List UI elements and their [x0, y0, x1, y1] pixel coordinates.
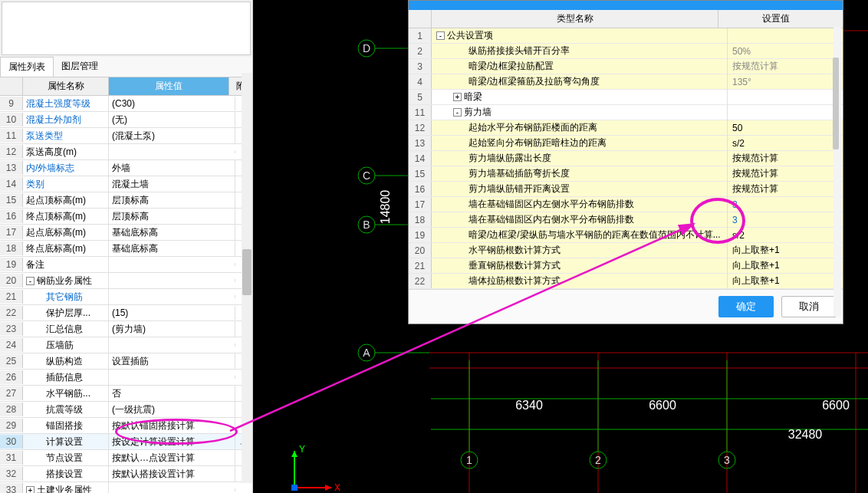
property-row[interactable]: 15起点顶标高(m)层顶标高( [0, 192, 252, 209]
col-prop-val[interactable]: 属性值 [109, 77, 229, 95]
prop-value[interactable]: (剪力墙) [109, 321, 235, 337]
property-row[interactable]: 24压墙筋( [0, 337, 252, 353]
property-row[interactable]: 32搭接设置按默认搭接设置计算( [0, 466, 252, 482]
setting-value[interactable]: 按规范计算 [728, 150, 843, 166]
prop-value[interactable]: 基础底标高 [109, 225, 235, 241]
setting-row[interactable]: 1-公共设置项 [409, 28, 843, 44]
property-row[interactable]: 30计算设置按设定计算设置计算… [0, 434, 252, 450]
prop-value[interactable] [109, 295, 235, 298]
setting-row[interactable]: 21垂直钢筋根数计算方式向上取整+1 [409, 258, 843, 274]
setting-row[interactable]: 2纵筋搭接接头错开百分率50% [409, 44, 843, 59]
property-row[interactable]: 26插筋信息( [0, 370, 252, 386]
setting-value[interactable] [728, 96, 843, 99]
setting-value[interactable]: 向上取整+1 [728, 258, 843, 274]
prop-value[interactable]: (一级抗震) [109, 402, 235, 418]
prop-value[interactable]: 设置插筋 [109, 353, 235, 370]
cancel-button[interactable]: 取消 [781, 296, 837, 317]
property-row[interactable]: 13内/外墙标志外墙✓ [0, 160, 252, 176]
scrollbar-track[interactable] [242, 73, 252, 483]
property-row[interactable]: 19备注( [0, 257, 252, 273]
setting-row[interactable]: 4暗梁/边框梁箍筋及拉筋弯勾角度135° [409, 74, 843, 90]
property-row[interactable]: 11泵送类型(混凝土泵) [0, 128, 252, 144]
property-body[interactable]: 9混凝土强度等级(C30)(10混凝土外加剂(无)11泵送类型(混凝土泵)12泵… [0, 96, 252, 493]
prop-value[interactable]: 按默认…点设置计算 [109, 450, 235, 466]
setting-row[interactable]: 18墙在基础锚固区内右侧水平分布钢筋排数3 [409, 212, 843, 228]
property-row[interactable]: 27水平钢筋...否( [0, 386, 252, 402]
setting-row[interactable]: 14剪力墙纵筋露出长度按规范计算 [409, 151, 843, 166]
expand-icon[interactable]: + [453, 93, 462, 101]
setting-row[interactable]: 15剪力墙基础插筋弯折长度按规范计算 [409, 166, 843, 182]
prop-value[interactable]: 外墙 [109, 160, 235, 176]
prop-value[interactable]: 混凝土墙 [109, 176, 235, 192]
prop-value[interactable]: 按默认锚固搭接计算 [109, 418, 235, 434]
setting-row[interactable]: 20水平钢筋根数计算方式向上取整+1 [409, 243, 843, 258]
dialog-titlebar[interactable] [409, 1, 843, 10]
setting-value[interactable]: 向上取整+1 [728, 273, 843, 289]
prop-value[interactable]: (C30) [109, 97, 235, 110]
prop-value[interactable] [109, 263, 235, 266]
property-row[interactable]: 10混凝土外加剂(无) [0, 112, 252, 128]
prop-value[interactable] [109, 343, 235, 347]
setting-value[interactable]: 按规范计算 [728, 181, 843, 197]
setting-value[interactable]: 135° [728, 75, 843, 89]
tab-property-list[interactable]: 属性列表 [0, 57, 54, 77]
setting-row[interactable]: 22墙体拉筋根数计算方式向上取整+1 [409, 274, 843, 289]
setting-value[interactable]: 3 [728, 213, 843, 227]
setting-row[interactable]: 13起始竖向分布钢筋距暗柱边的距离s/2 [409, 136, 843, 151]
setting-value[interactable]: 50 [728, 121, 843, 135]
setting-value[interactable]: 50% [728, 44, 843, 58]
property-row[interactable]: 22保护层厚...(15)( [0, 305, 252, 321]
prop-value[interactable] [109, 279, 235, 282]
collapse-icon[interactable]: - [26, 277, 35, 285]
setting-value[interactable] [728, 35, 843, 38]
prop-value[interactable]: 基础底标高 [109, 241, 235, 257]
setting-value[interactable]: 向上取整+1 [728, 242, 843, 258]
ok-button[interactable]: 确定 [718, 296, 774, 317]
property-row[interactable]: 12泵送高度(m) [0, 144, 252, 160]
prop-value[interactable]: 层顶标高 [109, 209, 235, 225]
setting-row[interactable]: 12起始水平分布钢筋距楼面的距离50 [409, 120, 843, 136]
prop-value[interactable]: 层顶标高 [109, 192, 235, 209]
property-row[interactable]: 23汇总信息(剪力墙)( [0, 321, 252, 337]
setting-value[interactable] [728, 111, 843, 114]
property-row[interactable]: 21其它钢筋 [0, 289, 252, 305]
prop-value[interactable]: 否 [109, 386, 235, 402]
prop-value[interactable]: 按设定计算设置计算 [109, 434, 235, 450]
property-row[interactable]: 16终点顶标高(m)层顶标高( [0, 209, 252, 225]
setting-row[interactable]: 3暗梁/边框梁拉筋配置按规范计算 [409, 59, 843, 74]
setting-row[interactable]: 11-剪力墙 [409, 105, 843, 120]
property-row[interactable]: 18终点底标高(m)基础底标高( [0, 241, 252, 257]
setting-row[interactable]: 16剪力墙纵筋错开距离设置按规范计算 [409, 182, 843, 197]
setting-row[interactable]: 17墙在基础锚固区内左侧水平分布钢筋排数3 [409, 197, 843, 212]
property-row[interactable]: 25纵筋构造设置插筋( [0, 353, 252, 370]
property-row[interactable]: 20-钢筋业务属性 [0, 273, 252, 289]
property-row[interactable]: 17起点底标高(m)基础底标高( [0, 225, 252, 241]
setting-value[interactable]: 按规范计算 [728, 166, 843, 182]
property-row[interactable]: 33+土建业务属性 [0, 482, 252, 493]
setting-row[interactable]: 5+暗梁 [409, 90, 843, 105]
setting-value[interactable]: 3 [728, 198, 843, 212]
prop-value[interactable] [109, 488, 235, 491]
setting-value[interactable]: 按规范计算 [728, 58, 843, 74]
prop-value[interactable]: 按默认搭接设置计算 [109, 466, 235, 482]
property-row[interactable]: 28抗震等级(一级抗震)( [0, 402, 252, 418]
scrollbar-thumb[interactable] [242, 249, 252, 295]
property-row[interactable]: 31节点设置按默认…点设置计算( [0, 450, 252, 466]
dialog-scrollbar[interactable] [833, 27, 841, 317]
setting-value[interactable]: s/2 [728, 228, 843, 242]
property-row[interactable]: 29锚固搭接按默认锚固搭接计算( [0, 418, 252, 434]
property-row[interactable]: 14类别混凝土墙( [0, 176, 252, 192]
dialog-scroll-thumb[interactable] [833, 58, 839, 150]
prop-value[interactable]: (无) [109, 112, 235, 128]
prop-value[interactable] [109, 376, 235, 379]
dialog-body[interactable]: 1-公共设置项2纵筋搭接接头错开百分率50%3暗梁/边框梁拉筋配置按规范计算4暗… [409, 28, 843, 289]
prop-value[interactable]: (15) [109, 306, 235, 320]
collapse-icon[interactable]: - [436, 31, 445, 40]
prop-value[interactable]: (混凝土泵) [109, 128, 235, 144]
prop-value[interactable] [109, 150, 235, 153]
collapse-icon[interactable]: - [453, 108, 462, 117]
setting-value[interactable]: s/2 [728, 136, 843, 150]
expand-icon[interactable]: + [26, 486, 35, 494]
tab-layer-manage[interactable]: 图层管理 [54, 57, 106, 77]
setting-row[interactable]: 19暗梁/边框梁/梁纵筋与墙水平钢筋的距离在数值范围内不计算...s/2 [409, 228, 843, 243]
